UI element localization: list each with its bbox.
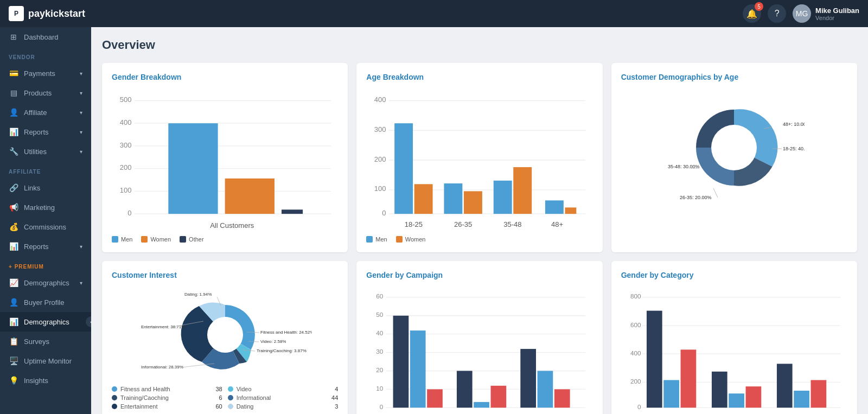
topnav-right: 🔔 5 ? MG Mike Guliban Vendor: [743, 4, 859, 23]
legend-women: Women: [141, 236, 171, 243]
sidebar-label-surveys: Surveys: [24, 337, 49, 346]
demographics-age-card: Customer Demographics by Age: [611, 63, 857, 252]
svg-rect-103: [794, 391, 809, 407]
sidebar-item-dashboard[interactable]: ⊞ Dashboard: [0, 27, 91, 47]
svg-text:400: 400: [120, 118, 132, 126]
sidebar-item-uptime-monitor[interactable]: 🖥️ Uptime Monitor: [0, 351, 91, 371]
sidebar-item-marketing[interactable]: 📢 Marketing: [0, 198, 91, 217]
svg-text:400: 400: [630, 349, 641, 356]
grid-icon: ⊞: [9, 33, 18, 41]
chevron-icon: ▾: [80, 244, 82, 250]
sidebar-item-commissions[interactable]: 💰 Commissions: [0, 217, 91, 237]
svg-rect-82: [554, 389, 570, 407]
chevron-icon: ▾: [80, 90, 82, 96]
sidebar-item-links[interactable]: 🔗 Links: [0, 178, 91, 198]
dating-label: Dating: [237, 403, 254, 410]
sidebar-item-affiliate[interactable]: 👤 Affiliate ▾: [0, 103, 91, 122]
dating-count: 3: [335, 403, 338, 410]
svg-text:26-35: 20.00%: 26-35: 20.00%: [680, 195, 712, 200]
svg-text:200: 200: [120, 163, 132, 171]
sidebar-label-uptime: Uptime Monitor: [24, 357, 72, 365]
sidebar-label-payments: Payments: [24, 69, 55, 78]
sidebar: ⊞ Dashboard VENDOR 💳 Payments ▾ ▤ Produc…: [0, 27, 91, 414]
svg-rect-78: [474, 402, 490, 407]
demographics-donut-svg: 48+: 10.00% 18-25: 40.00% 26-35: 20.00% …: [663, 88, 805, 207]
legend-women-label: Women: [405, 236, 426, 243]
interest-donut-area: Fitness and Health: 24.52% Video: 2.58% …: [112, 286, 338, 384]
svg-point-38: [711, 125, 757, 170]
svg-rect-32: [545, 200, 564, 214]
utilities-icon: 🔧: [9, 147, 18, 156]
svg-text:35-48: 30.00%: 35-48: 30.00%: [668, 164, 700, 169]
uptime-icon: 🖥️: [9, 356, 18, 365]
entertainment-count: 60: [215, 403, 222, 410]
sidebar-item-buyer-profile[interactable]: 👤 Buyer Profile: [0, 292, 91, 312]
logo[interactable]: P paykickstart: [9, 6, 85, 21]
sidebar-item-products[interactable]: ▤ Products ▾: [0, 83, 91, 103]
customer-interest-title: Customer Interest: [112, 271, 338, 279]
sidebar-item-reports-aff[interactable]: 📊 Reports ▾: [0, 237, 91, 256]
customer-interest-card: Customer Interest: [102, 261, 348, 414]
user-info[interactable]: MG Mike Guliban Vendor: [793, 4, 859, 23]
svg-text:400: 400: [374, 95, 386, 104]
gender-by-category-title: Gender by Category: [621, 271, 847, 279]
gender-by-campaign-chart: 60 50 40 30 20 10 0: [366, 286, 592, 414]
gender-breakdown-legend: Men Women Other: [112, 236, 338, 243]
sidebar-item-demographics-top[interactable]: 📈 Demographics ▾: [0, 273, 91, 292]
sidebar-item-demographics[interactable]: 📊 Demographics ‹: [0, 312, 91, 332]
sidebar-label-reports-aff: Reports: [24, 243, 49, 251]
gender-breakdown-svg: 500 400 300 200 100 0: [112, 88, 338, 230]
training-count: 6: [219, 394, 222, 401]
affiliate-section-label: AFFILIATE: [0, 161, 91, 178]
svg-text:0: 0: [382, 209, 386, 217]
sidebar-item-payments[interactable]: 💳 Payments ▾: [0, 63, 91, 83]
premium-section-label: PREMIUM: [0, 256, 91, 273]
chevron-icon: ▾: [80, 280, 82, 286]
informational-dot: [228, 395, 233, 400]
notifications-button[interactable]: 🔔 5: [743, 4, 761, 23]
chevron-icon: ▾: [80, 110, 82, 116]
entertainment-label: Entertainment: [120, 403, 157, 410]
sidebar-item-reports[interactable]: 📊 Reports ▾: [0, 122, 91, 142]
logo-text: paykickstart: [28, 8, 85, 20]
legend-other: Other: [180, 236, 204, 243]
gender-by-category-chart: 800 600 400 200 0: [621, 286, 847, 414]
buyer-profile-icon: 👤: [9, 298, 18, 307]
svg-text:800: 800: [630, 292, 641, 300]
svg-text:40: 40: [376, 329, 384, 336]
campaign-svg: 60 50 40 30 20 10 0: [366, 286, 592, 414]
fitness-dot: [112, 386, 117, 392]
video-count: 4: [335, 386, 338, 392]
svg-rect-12: [168, 123, 218, 214]
svg-rect-101: [745, 386, 761, 407]
age-breakdown-card: Age Breakdown 400 300 200 100 0: [356, 63, 602, 252]
demographics-age-title: Customer Demographics by Age: [621, 73, 847, 81]
sidebar-label-insights: Insights: [24, 377, 48, 385]
fitness-label: Fitness and Health: [120, 386, 170, 392]
training-dot: [112, 395, 117, 400]
interest-item-fitness: Fitness and Health 38: [112, 386, 222, 392]
men-color: [112, 236, 118, 243]
svg-text:26-35: 26-35: [454, 220, 472, 228]
svg-text:100: 100: [374, 184, 386, 193]
sidebar-label-utilities: Utilities: [24, 148, 47, 156]
informational-count: 44: [331, 394, 338, 401]
legend-women: Women: [396, 236, 426, 243]
chevron-icon: ▾: [80, 71, 82, 77]
legend-men-label: Men: [375, 236, 387, 243]
sidebar-item-surveys[interactable]: 📋 Surveys: [0, 332, 91, 351]
entertainment-dot: [112, 404, 117, 409]
sidebar-item-insights[interactable]: 💡 Insights: [0, 371, 91, 390]
svg-point-47: [207, 317, 243, 353]
help-button[interactable]: ?: [768, 4, 786, 23]
chevron-icon: ▾: [80, 129, 82, 135]
svg-text:0: 0: [637, 403, 641, 410]
svg-text:Entertainment: 38.71%: Entertainment: 38.71%: [141, 324, 185, 329]
interest-item-informational: Informational 44: [228, 394, 339, 401]
legend-men: Men: [112, 236, 132, 243]
video-dot: [228, 386, 233, 392]
collapse-button[interactable]: ‹: [86, 316, 91, 327]
svg-rect-29: [464, 191, 482, 214]
sidebar-label-commissions: Commissions: [24, 223, 66, 231]
sidebar-item-utilities[interactable]: 🔧 Utilities ▾: [0, 142, 91, 161]
